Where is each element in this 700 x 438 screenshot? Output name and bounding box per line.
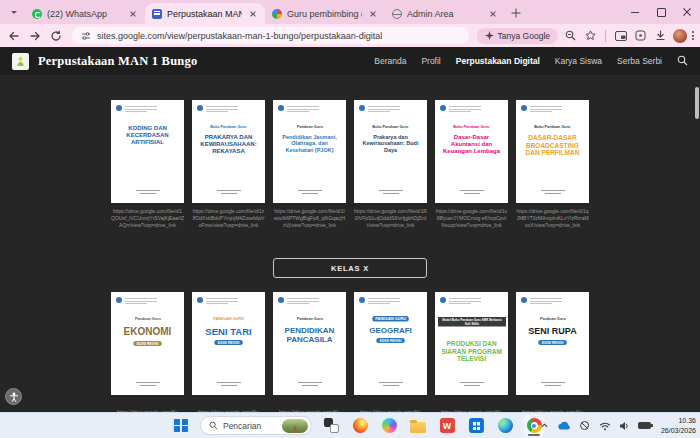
tab-whatsapp[interactable]: (22) WhatsApp	[25, 3, 145, 24]
book-cover-prakarya-rekayasa[interactable]: Buku Panduan Guru PRAKARYA DAN KEWIRAUSA…	[192, 100, 265, 203]
book-shelf-row-2: Panduan Guru EKONOMI EDISI REVISI PANDUA…	[0, 292, 700, 395]
edge-button[interactable]	[495, 415, 515, 437]
book-authors	[516, 190, 589, 194]
book-subtitle: Panduan Guru	[537, 316, 569, 322]
start-button[interactable]	[171, 415, 191, 437]
drive-link: https://drive.google.com/file/d/1z8OdXsb…	[192, 208, 265, 229]
menu-kebab-icon[interactable]	[692, 31, 694, 40]
book-authors	[354, 190, 427, 194]
address-bar[interactable]: sites.google.com/view/perpustakaan-man-1…	[72, 27, 469, 44]
minimize-icon	[631, 12, 639, 13]
book-cover-produksi-televisi[interactable]: Modul Buku Panduan Guru SMK Berbasis Sof…	[435, 292, 508, 395]
book-cover-broadcasting[interactable]: Buku Panduan Guru DASAR-DASAR BROADCASTI…	[516, 100, 589, 203]
clock-date: 26/03/2026	[661, 426, 696, 435]
taskbar-search[interactable]: Pencarian	[200, 416, 312, 435]
download-icon[interactable]	[653, 28, 668, 43]
book-title: KODING DAN KECERDASAN ARTIFISIAL	[111, 125, 184, 146]
book-cover-prakarya-budidaya[interactable]: Buku Panduan Guru Prakarya dan Kewirausa…	[354, 100, 427, 203]
close-icon[interactable]	[127, 8, 138, 19]
reload-button[interactable]	[48, 28, 64, 44]
wps-office-button[interactable]: W	[437, 415, 457, 437]
close-icon[interactable]	[367, 8, 378, 19]
book-cover-koding[interactable]: KODING DAN KECERDASAN ARTIFISIAL	[111, 100, 184, 203]
drive-links-row-1: https://drive.google.com/file/d/1QOUsf_I…	[0, 208, 700, 241]
close-window-button[interactable]	[674, 0, 700, 24]
volume-button[interactable]	[618, 419, 632, 433]
scrollbar-thumb[interactable]	[695, 87, 699, 119]
book-authors	[516, 382, 589, 386]
copilot-button[interactable]	[379, 415, 399, 437]
task-view-icon	[323, 418, 338, 433]
new-tab-button[interactable]	[509, 6, 523, 20]
store-icon	[468, 418, 483, 433]
book-title: Prakarya dan Kewirausahaan: Budi Daya	[354, 134, 427, 153]
windows-logo-icon	[174, 419, 188, 433]
site-search-button[interactable]	[677, 55, 688, 68]
blocked-icon	[579, 420, 590, 431]
file-explorer-button[interactable]	[408, 415, 428, 437]
close-icon[interactable]	[487, 8, 498, 19]
window-controls	[622, 0, 700, 24]
chevron-down-icon	[11, 11, 17, 17]
bookmark-star-icon[interactable]	[583, 28, 598, 43]
book-cover-seni-tari[interactable]: PANDUAN GURU SENI TARI EDISI REVISI	[192, 292, 265, 395]
book-cover-pjok[interactable]: Panduan Guru Pendidikan Jasmani, Olahrag…	[273, 100, 346, 203]
book-subtitle: PANDUAN GURU	[372, 316, 409, 322]
onedrive-button[interactable]	[558, 419, 572, 433]
nav-beranda[interactable]: Beranda	[374, 56, 406, 66]
extensions-icon[interactable]	[633, 28, 648, 43]
book-cover-akuntansi[interactable]: Buku Panduan Guru Dasar-Dasar Akuntansi …	[435, 100, 508, 203]
nav-profil[interactable]: Profil	[421, 56, 440, 66]
back-button[interactable]	[6, 28, 22, 44]
battery-button[interactable]	[638, 419, 652, 433]
book-cover-geografi[interactable]: PANDUAN GURU GEOGRAFI EDISI REVISI	[354, 292, 427, 395]
search-placeholder: Pencarian	[223, 421, 261, 431]
book-subtitle: Panduan Guru	[294, 316, 326, 322]
battery-icon	[638, 422, 651, 429]
taskbar-clock[interactable]: 10.36 26/03/2026	[661, 416, 696, 434]
firefox-button[interactable]	[350, 415, 370, 437]
nav-perpustakaan-digital[interactable]: Perpustakaan Digital	[456, 56, 540, 66]
wifi-button[interactable]	[598, 419, 612, 433]
tab-guru-pembimbing[interactable]: Guru pembimbing dan siswa P	[265, 3, 385, 24]
reload-icon	[50, 30, 62, 42]
book-cover-seni-rupa[interactable]: Panduan Guru SENI RUPA EDISI REVISI	[516, 292, 589, 395]
book-cover-pendidikan-pancasila[interactable]: Panduan Guru PENDIDIKAN PANCASILA	[273, 292, 346, 395]
tray-chevron-button[interactable]	[538, 419, 552, 433]
media-pip-icon[interactable]	[613, 28, 628, 43]
ministry-logo	[521, 105, 562, 113]
minimize-button[interactable]	[622, 0, 648, 24]
drive-link: https://drive.google.com/file/d/1R0IVFpS…	[354, 208, 427, 229]
chevron-up-icon	[540, 421, 549, 430]
nav-karya-siswa[interactable]: Karya Siswa	[555, 56, 602, 66]
book-cover-ekonomi[interactable]: Panduan Guru EKONOMI EDISI REVISI	[111, 292, 184, 395]
profile-avatar[interactable]	[673, 29, 687, 43]
clock-time: 10.36	[678, 416, 696, 425]
task-view-button[interactable]	[321, 415, 341, 437]
tab-perpustakaan[interactable]: Perpustakaan MAN 1 Bungo - P	[145, 3, 265, 24]
accessibility-button[interactable]	[5, 388, 22, 405]
microsoft-store-button[interactable]	[466, 415, 486, 437]
close-icon[interactable]	[247, 8, 258, 19]
book-authors	[435, 190, 508, 194]
kelas-x-button[interactable]: KELAS X	[273, 258, 427, 278]
ministry-logo	[521, 297, 562, 305]
ministry-logo	[440, 105, 481, 113]
ministry-logo	[197, 105, 238, 113]
blocked-notifications-button[interactable]	[578, 419, 592, 433]
wifi-icon	[599, 421, 611, 431]
ask-google-button[interactable]: Tanya Google	[477, 28, 558, 44]
globe-icon	[392, 9, 402, 19]
tab-search-icon[interactable]	[6, 4, 22, 20]
book-subtitle: Panduan Guru	[132, 316, 164, 322]
forward-button[interactable]	[27, 28, 43, 44]
site-logo[interactable]	[12, 53, 29, 70]
maximize-button[interactable]	[648, 0, 674, 24]
nav-serba-serbi[interactable]: Serba Serbi	[617, 56, 662, 66]
library-logo-icon	[15, 56, 26, 67]
forward-arrow-icon	[29, 30, 41, 42]
windows-taskbar: Pencarian W 10.36 26/03/2026	[0, 412, 700, 438]
toolbar-divider	[605, 30, 606, 42]
tab-admin-area[interactable]: Admin Area	[385, 3, 505, 24]
zoom-icon[interactable]	[563, 28, 578, 43]
